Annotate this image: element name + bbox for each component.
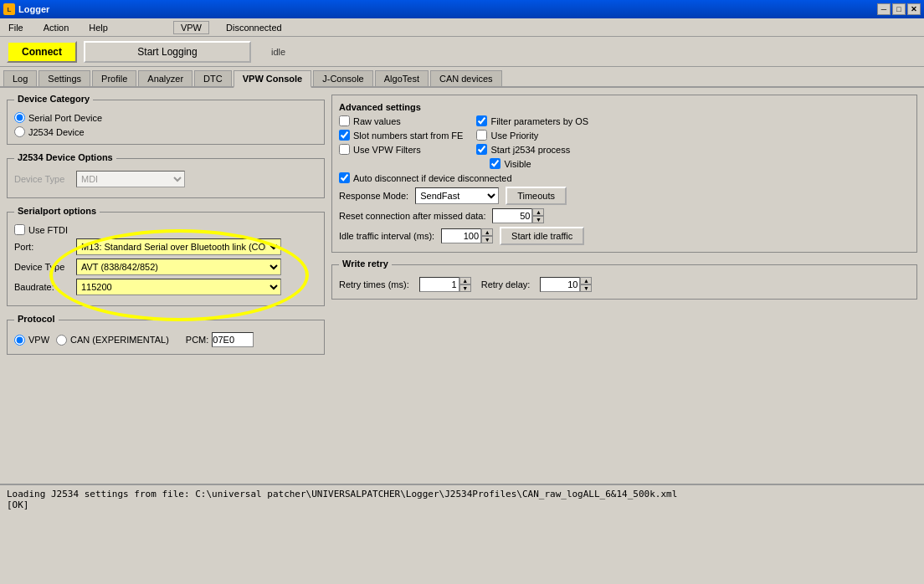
tab-can-devices[interactable]: CAN devices — [430, 70, 502, 86]
port-row: Port: M13: Standard Serial over Bluetoot… — [14, 238, 317, 255]
advanced-settings-panel: Advanced settings Raw values Slot number… — [331, 95, 917, 253]
maximize-button[interactable]: □ — [892, 3, 906, 15]
write-retry-row: Retry times (ms): ▲ ▼ Retry delay: ▲ ▼ — [339, 277, 910, 292]
protocol-group: Protocol VPW CAN (EXPERIMENTAL) PCM: — [7, 320, 325, 355]
protocol-title: Protocol — [14, 314, 59, 324]
visible-row: Visible — [490, 158, 910, 169]
vpw-radio[interactable] — [14, 335, 25, 346]
retry-times-spin-btns: ▲ ▼ — [459, 277, 471, 292]
raw-values-row: Raw values — [339, 115, 463, 126]
connect-button[interactable]: Connect — [7, 41, 77, 63]
tab-vpw-console[interactable]: VPW Console — [234, 70, 312, 88]
device-type-serial-row: Device Type AVT (838/842/852) — [14, 259, 317, 275]
device-type-serial-select[interactable]: AVT (838/842/852) — [76, 259, 281, 275]
idle-traffic-input[interactable] — [441, 228, 481, 243]
auto-disconnect-row: Auto disconnect if device disconnected — [339, 172, 910, 183]
response-mode-row: Response Mode: SendFast Normal Slow Time… — [339, 187, 910, 205]
title-bar: L Logger ─ □ ✕ — [0, 0, 924, 18]
timeouts-button[interactable]: Timeouts — [506, 187, 567, 205]
tab-settings[interactable]: Settings — [38, 70, 90, 86]
idle-status: idle — [271, 47, 285, 57]
advanced-settings-grid: Raw values Slot numbers start from FE Us… — [339, 115, 910, 169]
visible-label: Visible — [504, 159, 531, 169]
port-select[interactable]: M13: Standard Serial over Bluetooth link… — [76, 238, 281, 255]
can-label: CAN (EXPERIMENTAL) — [70, 335, 169, 345]
protocol-radio-group: VPW CAN (EXPERIMENTAL) PCM: — [14, 332, 317, 347]
right-panel: Advanced settings Raw values Slot number… — [331, 95, 917, 476]
j2534-options-group: J2534 Device Options Device Type MDI — [7, 158, 325, 198]
retry-delay-input[interactable] — [540, 277, 580, 292]
j2534-radio[interactable] — [14, 126, 25, 137]
retry-times-label: Retry times (ms): — [339, 279, 409, 289]
idle-traffic-spinbox: ▲ ▼ — [441, 228, 493, 243]
device-category-radio-group: Serial Port Device J2534 Device — [14, 112, 317, 137]
pcm-row: PCM: — [186, 332, 254, 347]
raw-values-checkbox[interactable] — [339, 115, 350, 126]
use-vpw-filters-checkbox[interactable] — [339, 144, 350, 155]
retry-delay-label: Retry delay: — [481, 279, 531, 289]
slot-numbers-checkbox[interactable] — [339, 130, 350, 141]
auto-disconnect-checkbox[interactable] — [339, 172, 350, 183]
device-type-label: Device Type — [14, 174, 73, 184]
close-button[interactable]: ✕ — [907, 3, 921, 15]
retry-delay-spinbox: ▲ ▼ — [540, 277, 592, 292]
start-logging-button[interactable]: Start Logging — [84, 41, 251, 63]
serialport-options-group: Serialport options Use FTDI Port: M13: S… — [7, 212, 325, 306]
reset-connection-down[interactable]: ▼ — [532, 216, 544, 223]
reset-connection-input[interactable] — [492, 208, 532, 223]
can-radio[interactable] — [56, 335, 67, 346]
status-line1: Loading J2534 settings from file: C:\uni… — [7, 489, 917, 499]
app-icon: L — [3, 3, 15, 15]
tab-analyzer[interactable]: Analyzer — [138, 70, 192, 86]
reset-connection-spin-btns: ▲ ▼ — [532, 208, 544, 223]
tab-dtc[interactable]: DTC — [194, 70, 232, 86]
write-retry-group: Write retry Retry times (ms): ▲ ▼ Retry … — [331, 264, 917, 300]
retry-times-input[interactable] — [419, 277, 459, 292]
minimize-button[interactable]: ─ — [877, 3, 891, 15]
serialport-options-title: Serialport options — [14, 206, 100, 216]
tab-log[interactable]: Log — [3, 70, 37, 86]
retry-delay-down[interactable]: ▼ — [580, 284, 592, 292]
adv-left-col: Raw values Slot numbers start from FE Us… — [339, 115, 463, 169]
tab-algotest[interactable]: AlgoTest — [375, 70, 429, 86]
use-ftdi-checkbox[interactable] — [14, 224, 25, 235]
start-j2534-row: Start j2534 process — [476, 144, 910, 155]
idle-traffic-row: Idle traffic interval (ms): ▲ ▼ Start id… — [339, 227, 910, 245]
response-mode-select[interactable]: SendFast Normal Slow — [415, 187, 499, 204]
start-idle-traffic-button[interactable]: Start idle traffic — [500, 227, 584, 245]
serial-port-radio[interactable] — [14, 112, 25, 123]
tab-j-console[interactable]: J-Console — [313, 70, 373, 86]
visible-checkbox[interactable] — [490, 158, 501, 169]
adv-right-col: Filter parameters by OS Use Priority Sta… — [476, 115, 910, 169]
use-priority-checkbox[interactable] — [476, 130, 487, 141]
reset-connection-up[interactable]: ▲ — [532, 208, 544, 216]
response-mode-label: Response Mode: — [339, 191, 408, 201]
device-type-serial-label: Device Type — [14, 262, 73, 272]
menu-bar: File Action Help VPW Disconnected — [0, 18, 924, 37]
baudrate-label: Baudrate: — [14, 282, 73, 292]
write-retry-title: Write retry — [339, 259, 392, 269]
baudrate-select[interactable]: 115200 — [76, 279, 281, 295]
idle-traffic-up[interactable]: ▲ — [481, 228, 493, 236]
tabs-bar: Log Settings Profile Analyzer DTC VPW Co… — [0, 67, 924, 88]
idle-traffic-spin-btns: ▲ ▼ — [481, 228, 493, 243]
idle-traffic-down[interactable]: ▼ — [481, 236, 493, 243]
retry-times-spinbox: ▲ ▼ — [419, 277, 471, 292]
device-type-select[interactable]: MDI — [76, 171, 185, 187]
toolbar: Connect Start Logging idle — [0, 37, 924, 67]
menu-help[interactable]: Help — [84, 21, 113, 34]
filter-by-os-checkbox[interactable] — [476, 115, 487, 126]
menu-action[interactable]: Action — [38, 21, 74, 34]
filter-by-os-label: Filter parameters by OS — [490, 116, 588, 126]
port-label: Port: — [14, 242, 73, 252]
advanced-settings-title: Advanced settings — [339, 102, 910, 112]
retry-delay-up[interactable]: ▲ — [580, 277, 592, 284]
pcm-label: PCM: — [186, 335, 209, 345]
menu-file[interactable]: File — [3, 21, 28, 34]
start-j2534-checkbox[interactable] — [476, 144, 487, 155]
retry-times-up[interactable]: ▲ — [459, 277, 471, 284]
retry-times-down[interactable]: ▼ — [459, 284, 471, 292]
tab-profile[interactable]: Profile — [92, 70, 136, 86]
j2534-label: J2534 Device — [28, 127, 85, 137]
pcm-input[interactable] — [212, 332, 254, 347]
